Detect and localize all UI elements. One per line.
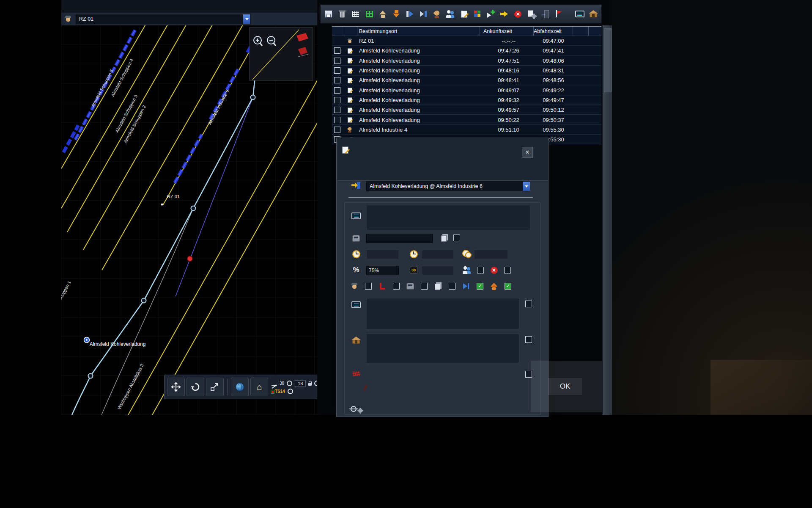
driver-checkbox[interactable]	[365, 283, 372, 290]
lcd-display-button[interactable]	[574, 6, 585, 22]
move-down-button[interactable]	[391, 6, 402, 22]
departure-cell: 09:47:41	[534, 47, 573, 54]
arrow-up-icon	[489, 281, 499, 291]
speed-field[interactable]	[366, 266, 399, 275]
row-checkbox[interactable]	[334, 107, 340, 113]
seat-checkbox[interactable]	[393, 283, 400, 290]
globe-view-button[interactable]	[231, 378, 249, 396]
home-view-button[interactable]	[250, 378, 268, 396]
destination-cell: Almsfeld Kohleverladung	[357, 77, 480, 83]
departure-cell: 09:49:22	[534, 87, 573, 94]
arrival-clock-icon	[351, 249, 361, 259]
insert-after-button[interactable]	[404, 6, 416, 22]
row-checkbox[interactable]	[334, 67, 340, 74]
door-exit-button[interactable]	[539, 6, 551, 22]
timetable-row[interactable]: RZ 01--:--:--09:47:00	[332, 36, 601, 46]
destination-cell: Almsfeld Kohleverladung	[357, 47, 480, 54]
next-checkbox[interactable]	[477, 283, 483, 290]
route-append-button[interactable]	[499, 6, 510, 22]
train-checkbox[interactable]	[421, 283, 428, 290]
row-checkbox[interactable]	[334, 97, 340, 103]
pan-button[interactable]	[167, 378, 185, 396]
timetable-edit-button[interactable]	[458, 6, 470, 22]
indicator-ring-icon[interactable]	[287, 381, 292, 386]
stop-point-marker[interactable]	[187, 256, 192, 261]
save-button[interactable]	[323, 6, 335, 22]
jump-to-button[interactable]	[206, 378, 224, 396]
timetable-row[interactable]: Almsfeld Kohleverladung09:49:5709:50:12	[332, 105, 601, 115]
gear-icon	[355, 406, 365, 416]
row-checkbox[interactable]	[334, 58, 340, 64]
destination-cell: Almsfeld Kohleverladung	[357, 87, 480, 94]
grid-dense-button[interactable]	[350, 6, 362, 22]
column-arrival[interactable]: Ankunftszeit	[480, 27, 534, 36]
depot-button[interactable]	[587, 6, 599, 22]
row-checkbox[interactable]	[334, 47, 340, 54]
delete-button[interactable]	[337, 6, 348, 22]
flag-button[interactable]	[553, 6, 564, 22]
gradient-value: 30	[280, 381, 284, 386]
destination-dropdown[interactable]: Almsfeld Kohleverladung @ Almsfeld Indus…	[366, 181, 530, 191]
map-top-strip	[61, 0, 324, 13]
row-checkbox[interactable]	[334, 127, 340, 133]
arrival-time-field	[366, 250, 399, 259]
scrollbar-thumb[interactable]	[604, 28, 612, 92]
timetable-edit-icon	[459, 9, 469, 19]
indicator-ring-icon[interactable]	[288, 389, 293, 394]
chevron-down-icon[interactable]	[243, 14, 250, 24]
station-label: Almsfeld Kohleverladung	[90, 341, 146, 347]
announcement-field[interactable]	[366, 298, 519, 329]
timetable-row[interactable]: Almsfeld Industrie 409:51:1009:55:30	[332, 125, 601, 135]
close-button[interactable]: ×	[522, 147, 533, 158]
arrival-cell: 09:50:22	[480, 117, 534, 123]
description-field[interactable]	[366, 205, 530, 230]
row-checkbox[interactable]	[334, 117, 340, 123]
waypoint-markers[interactable]	[88, 95, 255, 378]
world-viewport[interactable]	[612, 0, 812, 415]
passengers-button[interactable]	[445, 6, 456, 22]
arrow-up-checkbox[interactable]	[505, 283, 511, 290]
timetable-row[interactable]: Almsfeld Kohleverladung09:48:4109:48:56	[332, 75, 601, 85]
hand-button[interactable]	[431, 6, 443, 22]
column-destination[interactable]: Bestimmungsort	[357, 27, 480, 36]
destination-cell: Almsfeld Kohleverladung	[357, 97, 480, 103]
ok-button[interactable]: OK	[548, 378, 582, 395]
timetable-row[interactable]: Almsfeld Kohleverladung09:49:3209:49:47	[332, 95, 601, 105]
depot-checkbox[interactable]	[525, 336, 532, 343]
passengers-checkbox[interactable]	[477, 267, 484, 273]
timetable-edit-icon	[346, 77, 353, 84]
cancel-checkbox[interactable]	[504, 267, 511, 273]
rotate-button[interactable]	[187, 378, 204, 396]
timetable-row[interactable]: Almsfeld Kohleverladung09:48:1609:48:31	[332, 66, 601, 75]
speed-limit-icon	[409, 265, 419, 275]
route-new-button[interactable]	[485, 6, 497, 22]
window-grid-button[interactable]	[472, 6, 483, 22]
train-selector-dropdown[interactable]: RZ 01	[76, 14, 251, 24]
announcement-checkbox[interactable]	[525, 301, 532, 307]
chevron-down-icon[interactable]	[523, 182, 530, 191]
timetable-row[interactable]: Almsfeld Kohleverladung09:47:2609:47:41	[332, 46, 601, 55]
vertical-scrollbar[interactable]	[602, 25, 612, 415]
station-pin-icon[interactable]	[84, 337, 90, 343]
train-field[interactable]	[366, 234, 433, 243]
duration-clock-icon	[462, 249, 472, 259]
timetable-row[interactable]: Almsfeld Kohleverladung09:49:0709:49:22	[332, 85, 601, 95]
insert-before-icon	[418, 9, 428, 19]
row-checkbox[interactable]	[334, 77, 340, 83]
track-map[interactable]: Almsfeld Schuppen 5 Almsfeld Schuppen 4 …	[61, 25, 324, 415]
train-checkbox[interactable]	[453, 235, 460, 241]
papers-checkbox[interactable]	[449, 283, 455, 290]
cancel-button[interactable]	[512, 6, 524, 22]
insert-before-button[interactable]	[418, 6, 429, 22]
timetable-row[interactable]: Almsfeld Kohleverladung09:47:5109:48:06	[332, 56, 601, 66]
gear-doc-button[interactable]	[526, 6, 537, 22]
train-icon	[351, 233, 361, 243]
depot-field[interactable]	[366, 334, 519, 363]
timetable-row[interactable]: Almsfeld Kohleverladung09:50:2209:50:37	[332, 115, 601, 124]
minimap[interactable]	[250, 28, 313, 80]
move-up-button[interactable]	[377, 6, 389, 22]
row-checkbox[interactable]	[334, 87, 340, 94]
flag-icon	[554, 9, 564, 19]
grid-wide-button[interactable]	[364, 6, 375, 22]
column-departure[interactable]: Abfahrtszeit	[534, 27, 573, 36]
